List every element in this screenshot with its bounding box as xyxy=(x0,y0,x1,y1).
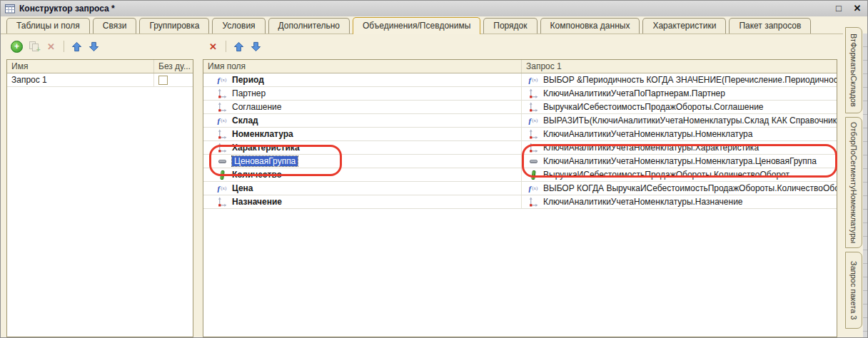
add-query-button[interactable]: + xyxy=(11,41,23,53)
query-builder-window: Конструктор запроса * □ ✕ Таблицы и поля… xyxy=(0,0,868,338)
field-name: Склад xyxy=(232,116,258,126)
arrow-up-icon xyxy=(71,41,82,52)
field-expression: КлючиАналитикиУчетаНоменклатуры.Назначен… xyxy=(543,197,743,207)
field-expression: КлючиАналитикиУчетаПоПартнерам.Партнер xyxy=(543,88,725,98)
query-name: Запрос 1 xyxy=(11,75,47,85)
field-expression: ВЫБОР КОГДА ВыручкаИСебестоимостьПродажО… xyxy=(543,183,837,193)
fields-table: Имя поля Запрос 1 Период ВЫБОР &Периодич… xyxy=(203,59,837,337)
tab-data-composition[interactable]: Компоновка данных xyxy=(540,18,640,34)
column-header-query1[interactable]: Запрос 1 xyxy=(522,60,837,73)
field-name: Период xyxy=(232,75,264,85)
tab-order[interactable]: Порядок xyxy=(483,18,537,34)
dimension-icon xyxy=(216,102,228,112)
fields-table-header: Имя поля Запрос 1 xyxy=(203,60,837,73)
move-field-up-button[interactable] xyxy=(233,41,245,53)
delete-query-button[interactable]: ✕ xyxy=(45,41,57,53)
field-expression: ВЫРАЗИТЬ(КлючиАналитикиУчетаНоменклатуры… xyxy=(543,116,837,126)
table-row[interactable]: Назначение КлючиАналитикиУчетаНоменклату… xyxy=(203,195,837,209)
dimension-icon xyxy=(528,143,539,153)
toolbar-separator xyxy=(64,41,64,52)
move-query-up-button[interactable] xyxy=(71,41,83,53)
queries-table: Имя Без ду... Запрос 1 xyxy=(6,59,193,337)
side-tab-zapros-paketa-3[interactable]: Запрос пакета 3 xyxy=(845,252,862,329)
table-row[interactable]: Период ВЫБОР &Периодичность КОГДА ЗНАЧЕН… xyxy=(203,73,837,87)
background-table-edge xyxy=(863,34,868,337)
dimension-icon xyxy=(528,197,539,207)
attribute-icon xyxy=(216,156,228,166)
field-name: Цена xyxy=(232,183,253,193)
field-name: Соглашение xyxy=(232,102,281,112)
dimension-icon xyxy=(216,197,228,207)
tab-tables-and-fields[interactable]: Таблицы и поля xyxy=(6,18,90,34)
add-icon: + xyxy=(11,41,23,53)
table-row[interactable]: Номенклатура КлючиАналитикиУчетаНоменкла… xyxy=(203,128,837,141)
dimension-icon xyxy=(528,88,539,98)
close-button[interactable]: ✕ xyxy=(852,3,863,14)
field-name: Количество xyxy=(232,170,282,180)
field-expression: КлючиАналитикиУчетаНоменклатуры.Номенкла… xyxy=(543,156,817,166)
dimension-icon xyxy=(216,129,228,139)
field-name: Назначение xyxy=(232,197,282,207)
queries-toolbar: + + ✕ xyxy=(6,34,193,56)
table-row[interactable]: Цена ВЫБОР КОГДА ВыручкаИСебестоимостьПр… xyxy=(203,182,837,195)
dimension-icon xyxy=(528,129,539,139)
copy-query-button[interactable]: + xyxy=(28,41,40,53)
fields-toolbar: ✕ xyxy=(203,34,837,56)
field-name: Партнер xyxy=(232,88,266,98)
maximize-button[interactable]: □ xyxy=(833,3,844,14)
table-row-selected[interactable]: ЦеноваяГруппа КлючиАналитикиУчетаНоменкл… xyxy=(203,155,837,168)
copy-icon: + xyxy=(29,41,39,51)
resource-icon xyxy=(528,170,539,180)
delete-icon: ✕ xyxy=(47,41,55,52)
table-row[interactable]: Соглашение ВыручкаИСебестоимостьПродажОб… xyxy=(203,101,837,114)
arrow-down-icon xyxy=(89,41,99,52)
tab-bar: Таблицы и поля Связи Группировка Условия… xyxy=(1,16,843,34)
column-header-name[interactable]: Имя xyxy=(7,60,154,73)
fx-icon xyxy=(216,183,228,193)
field-expression: КлючиАналитикиУчетаНоменклатуры.Номенкла… xyxy=(543,129,752,139)
dimension-icon xyxy=(216,143,228,153)
column-header-no-duplicates[interactable]: Без ду... xyxy=(154,60,193,73)
field-name: Характеристика xyxy=(232,143,300,153)
fx-icon xyxy=(528,183,539,193)
fx-icon xyxy=(216,116,228,126)
table-row[interactable]: Характеристика КлючиАналитикиУчетаНоменк… xyxy=(203,141,837,155)
field-expression: ВыручкаИСебестоимостьПродажОбороты.Колич… xyxy=(543,170,789,180)
table-row[interactable]: Количество ВыручкаИСебестоимостьПродажОб… xyxy=(203,168,837,182)
fields-panel: ✕ Имя поля Запрос 1 xyxy=(203,34,837,337)
move-query-down-button[interactable] xyxy=(88,41,100,53)
table-row[interactable]: Партнер КлючиАналитикиУчетаПоПартнерам.П… xyxy=(203,87,837,101)
fx-icon xyxy=(528,116,539,126)
field-expression: ВыручкаИСебестоимостьПродажОбороты.Согла… xyxy=(543,102,764,112)
tab-query-batch[interactable]: Пакет запросов xyxy=(729,18,811,34)
arrow-down-icon xyxy=(251,41,261,52)
window-title: Конструктор запроса * xyxy=(19,4,115,14)
delete-icon: ✕ xyxy=(209,41,217,52)
tab-additional[interactable]: Дополнительно xyxy=(268,18,350,34)
tab-characteristics[interactable]: Характеристики xyxy=(642,18,726,34)
side-tab-vt-formaty-skladov[interactable]: ВтФорматыСкладов xyxy=(845,27,862,113)
fx-icon xyxy=(528,75,539,85)
fx-icon xyxy=(216,75,228,85)
side-tab-otbor-po-segmentu-nomenklatury[interactable]: ОтборПоСегментуНоменклатуры xyxy=(845,117,862,248)
table-row[interactable]: Склад ВЫРАЗИТЬ(КлючиАналитикиУчетаНоменк… xyxy=(203,114,837,128)
field-expression: КлючиАналитикиУчетаНоменклатуры.Характер… xyxy=(543,143,759,153)
tab-conditions[interactable]: Условия xyxy=(212,18,265,34)
window-table-icon xyxy=(5,4,16,14)
delete-field-button[interactable]: ✕ xyxy=(207,41,219,53)
column-header-field-name[interactable]: Имя поля xyxy=(203,60,522,73)
attribute-icon xyxy=(528,156,539,166)
field-name: ЦеноваяГруппа xyxy=(232,156,298,166)
title-bar: Конструктор запроса * □ ✕ xyxy=(1,1,867,16)
move-field-down-button[interactable] xyxy=(250,41,262,53)
dimension-icon xyxy=(216,88,228,98)
tab-links[interactable]: Связи xyxy=(93,18,137,34)
toolbar-separator xyxy=(226,41,226,52)
resource-icon xyxy=(216,170,228,180)
tab-grouping[interactable]: Группировка xyxy=(139,18,209,34)
arrow-up-icon xyxy=(233,41,244,52)
no-duplicates-checkbox[interactable] xyxy=(158,76,168,85)
tab-unions-aliases[interactable]: Объединения/Псевдонимы xyxy=(353,17,480,34)
query-row[interactable]: Запрос 1 xyxy=(7,73,193,87)
queries-panel: + + ✕ Имя xyxy=(6,34,193,337)
